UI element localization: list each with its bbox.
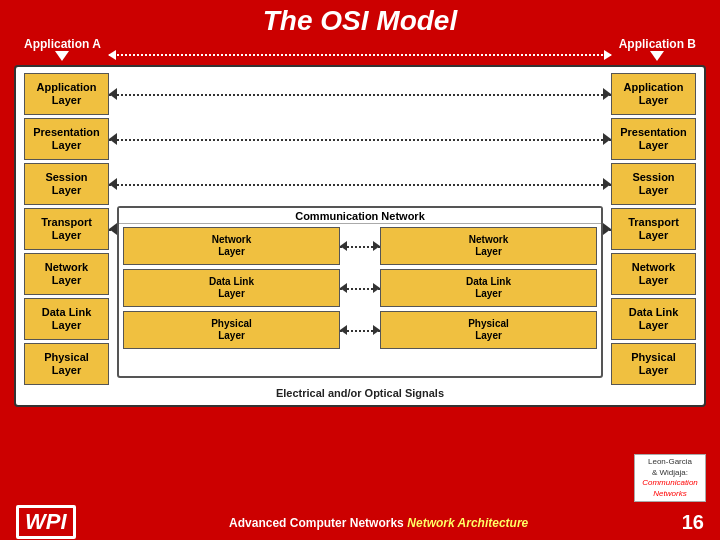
presentation-layer-row: PresentationLayer PresentationLayer xyxy=(24,118,696,160)
page-title: The OSI Model xyxy=(263,5,457,36)
attribution-box: Leon-Garcia & Widjaja: Communication Net… xyxy=(634,454,706,502)
inner-physical-row: PhysicalLayer PhysicalLayer xyxy=(123,311,597,349)
app-a-down-arrow xyxy=(55,51,69,61)
inner-right-datalink: Data LinkLayer xyxy=(380,269,597,307)
inner-physical-arrow xyxy=(340,311,380,349)
comm-network-box: Communication Network NetworkLayer Netwo… xyxy=(117,206,603,378)
app-b-down-arrow xyxy=(650,51,664,61)
left-network-layer: NetworkLayer xyxy=(24,253,109,295)
right-transport-layer: TransportLayer xyxy=(611,208,696,250)
bottom-text: Advanced Computer Networks Network Archi… xyxy=(229,515,528,530)
transport-layer-row: TransportLayer Communication Network Net… xyxy=(24,208,696,250)
application-arrow xyxy=(109,73,611,115)
right-session-layer: SessionLayer xyxy=(611,163,696,205)
app-a-label: Application A xyxy=(24,37,101,51)
inner-left-physical: PhysicalLayer xyxy=(123,311,340,349)
page-number: 16 xyxy=(682,511,704,534)
left-presentation-layer: PresentationLayer xyxy=(24,118,109,160)
inner-left-network: NetworkLayer xyxy=(123,227,340,265)
inner-datalink-row: Data LinkLayer Data LinkLayer xyxy=(123,269,597,307)
right-network-layer: NetworkLayer xyxy=(611,253,696,295)
osi-diagram: ApplicationLayer ApplicationLayer Presen… xyxy=(14,65,706,407)
right-physical-layer: PhysicalLayer xyxy=(611,343,696,385)
inner-right-network: NetworkLayer xyxy=(380,227,597,265)
app-b-label: Application B xyxy=(619,37,696,51)
left-session-layer: SessionLayer xyxy=(24,163,109,205)
inner-datalink-arrow xyxy=(340,269,380,307)
inner-network-row: NetworkLayer NetworkLayer xyxy=(123,227,597,265)
electrical-signals-label: Electrical and/or Optical Signals xyxy=(24,387,696,399)
transport-comm-area: Communication Network NetworkLayer Netwo… xyxy=(109,208,611,250)
bottom-bar: WPI Advanced Computer Networks Network A… xyxy=(0,504,720,540)
session-arrow xyxy=(109,163,611,205)
left-physical-layer: PhysicalLayer xyxy=(24,343,109,385)
left-application-layer: ApplicationLayer xyxy=(24,73,109,115)
inner-network-arrow xyxy=(340,227,380,265)
left-datalink-layer: Data LinkLayer xyxy=(24,298,109,340)
right-application-layer: ApplicationLayer xyxy=(611,73,696,115)
attribution-text: Leon-Garcia & Widjaja: Communication Net… xyxy=(642,457,698,497)
inner-right-physical: PhysicalLayer xyxy=(380,311,597,349)
main-content: The OSI Model Application A Application … xyxy=(0,0,720,540)
inner-left-datalink: Data LinkLayer xyxy=(123,269,340,307)
comm-network-title: Communication Network xyxy=(119,208,601,224)
right-datalink-layer: Data LinkLayer xyxy=(611,298,696,340)
session-layer-row: SessionLayer SessionLayer xyxy=(24,163,696,205)
application-layer-row: ApplicationLayer ApplicationLayer xyxy=(24,73,696,115)
wpi-logo: WPI xyxy=(16,505,76,539)
left-transport-layer: TransportLayer xyxy=(24,208,109,250)
right-presentation-layer: PresentationLayer xyxy=(611,118,696,160)
presentation-arrow xyxy=(109,118,611,160)
